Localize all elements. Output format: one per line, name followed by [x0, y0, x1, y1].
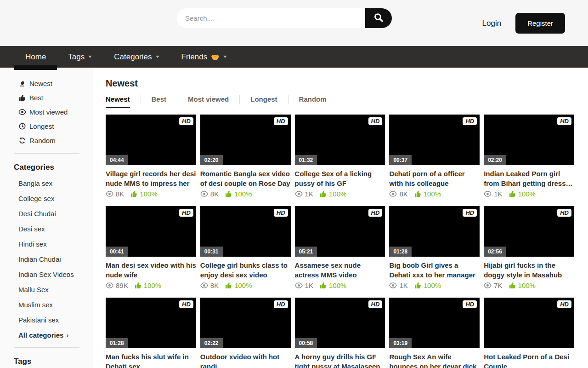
- video-thumbnail[interactable]: HD01:28: [389, 206, 480, 257]
- tab-most-viewed[interactable]: Most viewed: [188, 95, 229, 108]
- video-title[interactable]: Man fucks his slut wife in Dehati sex: [106, 352, 196, 368]
- all-categories-link[interactable]: All categories›: [18, 331, 93, 339]
- video-title[interactable]: Outdoor xvideo with hot randi: [200, 352, 291, 368]
- category-link[interactable]: Indian Chudai: [18, 255, 93, 263]
- video-title[interactable]: College girl bunks class to enjoy desi s…: [200, 260, 291, 280]
- tab-best[interactable]: Best: [152, 95, 167, 108]
- video-title[interactable]: Big boob Girl gives a Dehati xxx to her …: [389, 260, 480, 280]
- video-card: HDHot Leaked Porn of a Desi Couple: [484, 298, 574, 368]
- view-count: 1K: [484, 190, 502, 198]
- sidebar-item-most-viewed[interactable]: Most viewed: [18, 108, 93, 116]
- video-thumbnail[interactable]: HD00:58: [295, 298, 385, 348]
- duration-badge: 01:28: [106, 338, 128, 348]
- video-title[interactable]: A horny guy drills his GF tight pussy at…: [295, 352, 385, 368]
- hd-badge: HD: [179, 117, 193, 125]
- rating-value: 100%: [329, 190, 346, 198]
- video-title[interactable]: Village girl records her desi nude MMS t…: [106, 169, 196, 188]
- video-thumbnail[interactable]: HD05:21: [295, 206, 385, 257]
- category-link[interactable]: Pakistani sex: [18, 316, 93, 324]
- rating-value: 100%: [424, 190, 441, 198]
- login-link[interactable]: Login: [482, 19, 502, 28]
- video-card: HD02:20Romantic Bangla sex video of desi…: [200, 115, 291, 198]
- view-count: 1K: [295, 190, 313, 198]
- sidebar-divider-2: [14, 347, 79, 348]
- sidebar-item-newest[interactable]: Newest: [18, 79, 93, 88]
- video-thumbnail[interactable]: HD02:20: [484, 115, 574, 165]
- video-card: HD01:28Man fucks his slut wife in Dehati…: [106, 298, 196, 368]
- category-link[interactable]: College sex: [18, 195, 93, 202]
- eye-icon: [389, 282, 397, 288]
- eye-icon: [295, 191, 303, 197]
- video-title[interactable]: Romantic Bangla sex video of desi couple…: [200, 169, 291, 188]
- chevron-down-icon: [88, 56, 92, 58]
- video-title[interactable]: Hot Leaked Porn of a Desi Couple: [484, 352, 574, 368]
- category-link[interactable]: Desi sex: [18, 225, 93, 233]
- sidebar-item-random[interactable]: Random: [18, 136, 93, 145]
- sidebar-item-longest[interactable]: Longest: [18, 122, 93, 131]
- search-button[interactable]: [365, 8, 392, 28]
- view-count-value: 1K: [494, 190, 502, 198]
- view-count: 7K: [484, 282, 502, 289]
- nav-item-friends[interactable]: Friends: [170, 46, 238, 68]
- video-thumbnail[interactable]: HD02:56: [484, 206, 574, 257]
- video-card: HD00:41Man desi sex video with his nude …: [106, 206, 196, 289]
- video-thumbnail[interactable]: HD02:20: [200, 115, 291, 165]
- video-title[interactable]: College Sex of a licking pussy of his GF: [295, 169, 385, 188]
- video-thumbnail[interactable]: HD03:19: [389, 298, 480, 348]
- hd-badge: HD: [368, 300, 383, 308]
- search-input[interactable]: [177, 8, 365, 28]
- category-link[interactable]: Mallu Sex: [18, 286, 93, 293]
- video-title[interactable]: Rough Sex An wife bounces on her devar d…: [389, 352, 480, 368]
- hd-badge: HD: [368, 117, 383, 125]
- video-meta: 1K100%: [295, 190, 385, 198]
- duration-badge: 02:20: [484, 155, 506, 165]
- video-thumbnail[interactable]: HD01:32: [295, 115, 385, 165]
- view-count-value: 1K: [399, 282, 407, 289]
- rating: 100%: [509, 282, 536, 289]
- nav-item-home[interactable]: Home: [14, 46, 57, 68]
- sidebar-item-label: Longest: [29, 122, 54, 130]
- nav-item-categories[interactable]: Categories: [103, 46, 170, 68]
- video-card: HD00:58A horny guy drills his GF tight p…: [295, 298, 385, 368]
- category-link[interactable]: Muslim sex: [18, 301, 93, 309]
- rating-value: 100%: [140, 190, 157, 198]
- video-title[interactable]: Assamese sex nude actress MMS video: [295, 260, 385, 280]
- thumbs-up-icon: [414, 282, 421, 289]
- sidebar-item-label: Newest: [29, 80, 52, 87]
- video-title[interactable]: Dehati porn of a officer with his collea…: [389, 169, 480, 188]
- video-title[interactable]: Man desi sex video with his nude wife: [106, 260, 196, 280]
- category-link[interactable]: Indian Sex Videos: [18, 270, 93, 278]
- eye-icon: [106, 282, 113, 288]
- hd-badge: HD: [463, 209, 477, 217]
- eye-icon: [106, 191, 113, 197]
- thumbs-up-icon: [18, 94, 26, 101]
- tab-newest[interactable]: Newest: [106, 95, 130, 108]
- video-card: HD01:32College Sex of a licking pussy of…: [295, 115, 385, 198]
- view-count-value: 8K: [116, 190, 124, 198]
- video-thumbnail[interactable]: HD00:37: [389, 115, 480, 165]
- nav-item-tags[interactable]: Tags: [57, 46, 103, 68]
- category-link[interactable]: Desi Chudai: [18, 210, 93, 218]
- sidebar-item-best[interactable]: Best: [18, 93, 93, 102]
- video-thumbnail[interactable]: HD: [484, 298, 574, 348]
- category-link[interactable]: Hindi sex: [18, 240, 93, 248]
- category-link[interactable]: Bangla sex: [18, 179, 93, 187]
- thumbs-up-icon: [509, 282, 516, 289]
- rating-value: 100%: [329, 282, 346, 289]
- video-thumbnail[interactable]: HD00:31: [200, 206, 291, 257]
- video-thumbnail[interactable]: HD01:28: [106, 298, 196, 348]
- clock-icon: [18, 123, 26, 130]
- video-thumbnail[interactable]: HD04:44: [106, 115, 196, 165]
- register-button[interactable]: Register: [515, 13, 565, 34]
- video-thumbnail[interactable]: HD02:22: [200, 298, 291, 348]
- tab-longest[interactable]: Longest: [250, 95, 277, 108]
- thumbs-up-icon: [130, 190, 137, 197]
- video-title[interactable]: Indian Leaked Porn girl from Bihari gett…: [484, 169, 574, 188]
- nav-item-label: Tags: [68, 52, 85, 62]
- tab-random[interactable]: Random: [299, 95, 327, 108]
- view-count: 89K: [106, 282, 128, 289]
- video-title[interactable]: Hijabi girl fucks in the doggy style in …: [484, 260, 574, 280]
- video-thumbnail[interactable]: HD00:41: [106, 206, 196, 257]
- search-form: [177, 8, 392, 28]
- video-card: HD00:37Dehati porn of a officer with his…: [389, 115, 480, 198]
